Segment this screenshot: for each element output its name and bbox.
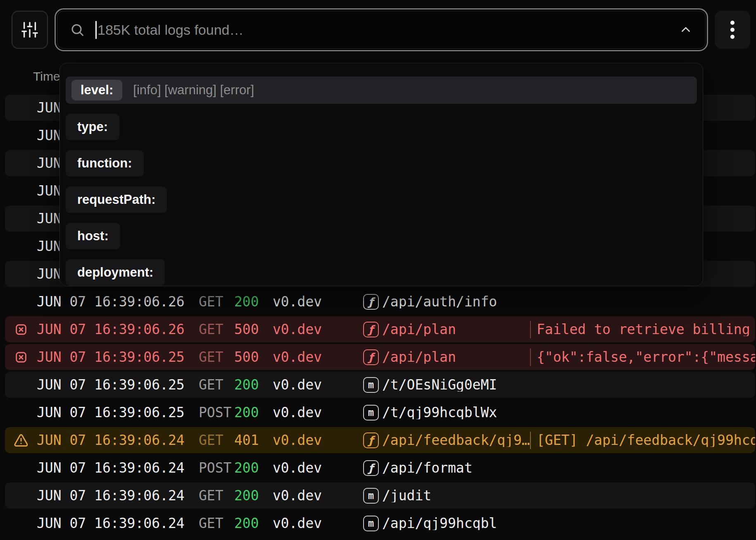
search-placeholder: 185K total logs found…: [97, 22, 243, 38]
search-input[interactable]: 185K total logs found…: [55, 8, 708, 51]
runtime-icon: m: [363, 405, 379, 421]
runtime-icon: ƒ: [363, 322, 379, 337]
http-method: GET: [199, 295, 234, 308]
status-code: 200: [234, 378, 273, 392]
runtime-cell: ƒ: [363, 294, 382, 310]
host: v0.dev: [273, 461, 363, 475]
http-method: POST: [199, 406, 234, 419]
log-row[interactable]: JUN 07 16:39:06.26 GET 500 v0.dev ƒ /api…: [5, 316, 755, 342]
timestamp: JUN 07 16:39:06.26: [37, 295, 199, 308]
host: v0.dev: [273, 516, 363, 530]
runtime-icon: m: [363, 516, 379, 531]
timestamp: JUN 07 16:39:06.24: [37, 489, 199, 502]
runtime-icon: ƒ: [363, 349, 379, 365]
log-row[interactable]: JUN 07 16:39:06.25 GET 200 v0.dev m /t/O…: [5, 372, 755, 398]
more-options-button[interactable]: [715, 11, 750, 49]
http-method: GET: [199, 350, 234, 364]
log-message: Failed to retrieve billing d: [537, 323, 755, 336]
http-method: GET: [199, 489, 234, 502]
host: v0.dev: [273, 433, 363, 447]
status-code: 200: [234, 295, 273, 308]
kebab-icon: [730, 21, 735, 39]
log-message: {"ok":false,"error":{"messag: [537, 350, 755, 364]
host: v0.dev: [273, 323, 363, 336]
request-path: /api/plan: [382, 350, 530, 364]
runtime-cell: m: [363, 516, 382, 531]
suggestion-deployment[interactable]: deployment:: [66, 259, 165, 286]
http-method: GET: [199, 323, 234, 336]
runtime-icon: ƒ: [363, 460, 379, 476]
request-path: /t/qj99hcqblWx: [382, 406, 530, 419]
filter-button[interactable]: [12, 11, 48, 49]
suggestion-key: level:: [71, 80, 122, 100]
message-divider: [530, 459, 531, 477]
error-icon: [14, 351, 28, 364]
suggestion-level[interactable]: level: [info] [warning] [error]: [66, 76, 697, 104]
search-suggestions-dropdown: level: [info] [warning] [error] type:fun…: [59, 63, 703, 286]
log-row[interactable]: JUN 07 16:39:06.25 POST 200 v0.dev m /t/…: [5, 399, 755, 425]
request-path: /judit: [382, 489, 530, 502]
runtime-cell: ƒ: [363, 460, 382, 476]
level-cell: [5, 351, 37, 364]
status-code: 200: [234, 516, 273, 530]
suggestion-requestPath[interactable]: requestPath:: [66, 186, 167, 213]
runtime-cell: m: [363, 488, 382, 504]
timestamp: JUN 07 16:39:06.26: [37, 323, 199, 336]
http-method: POST: [199, 461, 234, 475]
timestamp: JUN 07 16:39:06.25: [37, 406, 199, 419]
suggestion-type[interactable]: type:: [66, 114, 119, 140]
runtime-cell: ƒ: [363, 322, 382, 337]
runtime-icon: m: [363, 377, 379, 393]
status-code: 200: [234, 406, 273, 419]
status-code: 500: [234, 350, 273, 364]
status-code: 200: [234, 489, 273, 502]
log-row[interactable]: JUN 07 16:39:06.26 GET 200 v0.dev ƒ /api…: [5, 289, 755, 315]
http-method: GET: [199, 378, 234, 392]
message-divider: [530, 432, 531, 449]
message-divider: [530, 404, 531, 421]
sliders-icon: [20, 20, 39, 39]
text-caret: [95, 21, 97, 39]
runtime-icon: m: [363, 488, 379, 504]
message-divider: [530, 349, 531, 366]
suggestion-host[interactable]: host:: [66, 223, 120, 249]
request-path: /t/OEsNiGg0eMI: [382, 378, 530, 392]
host: v0.dev: [273, 295, 363, 308]
host: v0.dev: [273, 350, 363, 364]
runtime-cell: m: [363, 377, 382, 393]
toolbar: 185K total logs found…: [12, 7, 750, 52]
status-code: 401: [234, 433, 273, 447]
suggestion-function[interactable]: function:: [66, 150, 144, 177]
log-row[interactable]: JUN 07 16:39:06.24 GET 401 v0.dev ƒ /api…: [5, 427, 755, 453]
log-row[interactable]: JUN 07 16:39:06.24 GET 200 v0.dev m /jud…: [5, 483, 755, 509]
message-divider: [530, 293, 531, 311]
host: v0.dev: [273, 489, 363, 502]
status-code: 200: [234, 461, 273, 475]
http-method: GET: [199, 433, 234, 447]
message-divider: [530, 515, 531, 532]
message-divider: [530, 376, 531, 394]
timestamp: JUN 07 16:39:06.24: [37, 461, 199, 475]
message-divider: [530, 321, 531, 338]
suggestion-hint: [info] [warning] [error]: [133, 83, 254, 98]
search-icon: [70, 22, 85, 37]
chevron-up-icon[interactable]: [679, 23, 693, 37]
log-message: [GET] /api/feedback/qj99hcq: [537, 433, 755, 447]
runtime-cell: ƒ: [363, 432, 382, 448]
runtime-cell: m: [363, 405, 382, 421]
timestamp: JUN 07 16:39:06.24: [37, 516, 199, 530]
runtime-cell: ƒ: [363, 349, 382, 365]
timestamp: JUN 07 16:39:06.25: [37, 378, 199, 392]
timestamp: JUN 07 16:39:06.24: [37, 433, 199, 447]
host: v0.dev: [273, 406, 363, 419]
status-code: 500: [234, 323, 273, 336]
log-row[interactable]: JUN 07 16:39:06.24 GET 200 v0.dev m /api…: [5, 510, 755, 536]
http-method: GET: [199, 516, 234, 530]
log-row[interactable]: JUN 07 16:39:06.24 POST 200 v0.dev ƒ /ap…: [5, 455, 755, 481]
runtime-icon: ƒ: [363, 294, 379, 310]
error-icon: [14, 323, 28, 336]
timestamp: JUN 07 16:39:06.25: [37, 350, 199, 364]
host: v0.dev: [273, 378, 363, 392]
log-row[interactable]: JUN 07 16:39:06.25 GET 500 v0.dev ƒ /api…: [5, 344, 755, 370]
message-divider: [530, 487, 531, 504]
